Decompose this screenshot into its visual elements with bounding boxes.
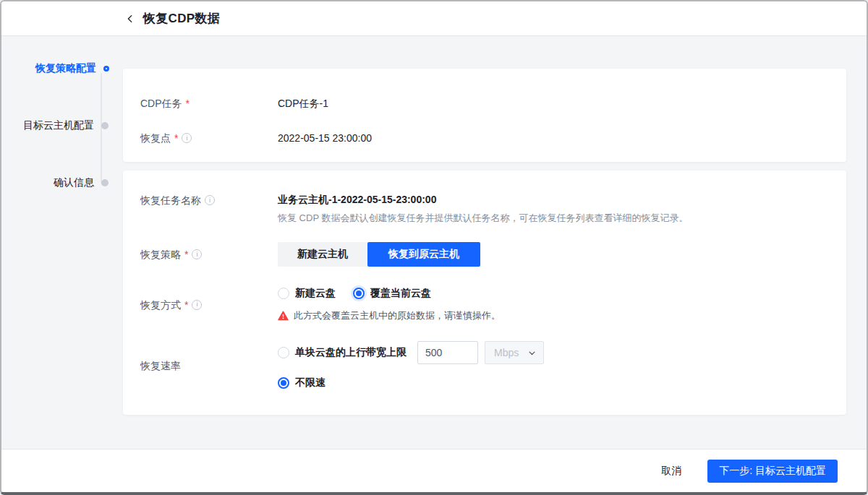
task-name-value: 业务云主机-1-2022-05-15-23:00:00 [278, 192, 829, 207]
page-header: 恢复CDP数据 [1, 1, 867, 36]
strategy-option-original-host[interactable]: 恢复到原云主机 [367, 242, 480, 267]
mode-row: 恢复方式 * i 新建云盘 覆盖当前云盘 [140, 287, 829, 322]
mode-radio-line: 新建云盘 覆盖当前云盘 [278, 287, 829, 300]
cdp-task-label-group: CDP任务 * [140, 96, 278, 111]
required-mark: * [174, 131, 178, 145]
rate-option-label: 单块云盘的上行带宽上限 [295, 346, 407, 359]
step-label: 目标云主机配置 [23, 119, 94, 132]
restore-config-panel: 恢复任务名称 i 业务云主机-1-2022-05-15-23:00:00 恢复 … [123, 171, 846, 415]
back-button[interactable] [123, 12, 137, 26]
task-name-value-group: 业务云主机-1-2022-05-15-23:00:00 恢复 CDP 数据会默认… [278, 192, 829, 225]
cdp-task-label: CDP任务 [140, 96, 182, 111]
cancel-button[interactable]: 取消 [654, 460, 689, 482]
radio-unchecked-icon[interactable] [278, 288, 289, 299]
required-mark: * [184, 298, 188, 312]
warning-triangle-icon [278, 311, 289, 321]
bandwidth-unit-value: Mbps [494, 347, 519, 358]
task-name-help-text: 恢复 CDP 数据会默认创建恢复任务并提供默认任务名称，可在恢复任务列表查看详细… [278, 212, 829, 225]
restore-cdp-wizard-window: 恢复CDP数据 恢复策略配置 目标云主机配置 确认信息 CDP任务 * CDP任… [0, 0, 868, 495]
mode-label-group: 恢复方式 * i [140, 287, 278, 322]
radio-unchecked-icon[interactable] [278, 347, 289, 358]
strategy-toggle-group: 新建云主机 恢复到原云主机 [278, 242, 829, 267]
strategy-label-group: 恢复策略 * i [140, 247, 278, 262]
step-confirm-info: 确认信息 [1, 175, 111, 191]
step-label: 恢复策略配置 [35, 62, 96, 75]
restore-point-label: 恢复点 [140, 131, 171, 145]
rate-row: 恢复速率 单块云盘的上行带宽上限 Mbps [140, 341, 829, 389]
overwrite-warning: 此方式会覆盖云主机中的原始数据，请谨慎操作。 [278, 309, 829, 322]
chevron-down-icon [528, 349, 536, 357]
rate-bandwidth-option: 单块云盘的上行带宽上限 Mbps [278, 341, 829, 364]
next-step-button[interactable]: 下一步: 目标云主机配置 [707, 460, 838, 483]
strategy-option-new-host[interactable]: 新建云主机 [278, 242, 367, 267]
task-name-label-group: 恢复任务名称 i [140, 192, 278, 225]
rate-options-group: 单块云盘的上行带宽上限 Mbps 不限速 [278, 341, 829, 389]
step-target-host-config: 目标云主机配置 [1, 118, 111, 134]
mode-options-group: 新建云盘 覆盖当前云盘 [278, 287, 829, 322]
strategy-row: 恢复策略 * i 新建云主机 恢复到原云主机 [140, 242, 829, 267]
task-name-label: 恢复任务名称 [140, 193, 201, 207]
mode-option-label: 新建云盘 [295, 287, 336, 300]
mode-option-new-disk[interactable]: 新建云盘 [278, 287, 336, 300]
footer-action-bar: 取消 下一步: 目标云主机配置 [1, 449, 867, 492]
rate-unlimited-option-line: 不限速 [278, 376, 829, 389]
step-pending-dot-icon [101, 122, 109, 129]
mode-option-label: 覆盖当前云盘 [370, 287, 431, 300]
radio-checked-icon[interactable] [278, 377, 289, 389]
rate-label: 恢复速率 [140, 358, 181, 373]
restore-point-label-group: 恢复点 * i [140, 131, 278, 145]
info-icon[interactable]: i [192, 300, 202, 310]
strategy-label: 恢复策略 [140, 247, 181, 262]
page-title: 恢复CDP数据 [143, 10, 220, 27]
step-restore-strategy-config: 恢复策略配置 [1, 61, 111, 77]
required-mark: * [184, 247, 188, 262]
info-icon[interactable]: i [182, 133, 192, 143]
step-active-dot-icon [103, 66, 109, 72]
bandwidth-value-input[interactable] [417, 341, 478, 364]
info-icon[interactable]: i [192, 249, 202, 259]
info-icon[interactable]: i [205, 195, 215, 205]
required-mark: * [186, 96, 190, 111]
rate-option-unlimited[interactable]: 不限速 [278, 376, 326, 389]
task-name-row: 恢复任务名称 i 业务云主机-1-2022-05-15-23:00:00 恢复 … [140, 192, 829, 225]
radio-checked-icon[interactable] [353, 288, 365, 299]
step-pending-dot-icon [101, 179, 109, 186]
restore-point-row: 恢复点 * i 2022-05-15 23:00:00 [140, 131, 829, 145]
rate-option-label: 不限速 [295, 376, 326, 389]
rate-option-bandwidth-limit[interactable]: 单块云盘的上行带宽上限 [278, 346, 407, 359]
cdp-task-row: CDP任务 * CDP任务-1 [140, 96, 829, 111]
mode-label: 恢复方式 [140, 298, 181, 312]
overwrite-warning-text: 此方式会覆盖云主机中的原始数据，请谨慎操作。 [294, 309, 501, 322]
rate-label-group: 恢复速率 [140, 341, 278, 389]
basic-info-panel: CDP任务 * CDP任务-1 恢复点 * i 2022-05-15 23:00… [123, 69, 846, 162]
mode-option-overwrite-disk[interactable]: 覆盖当前云盘 [353, 287, 431, 300]
restore-point-value: 2022-05-15 23:00:00 [278, 131, 829, 145]
main-content: CDP任务 * CDP任务-1 恢复点 * i 2022-05-15 23:00… [123, 69, 846, 415]
cdp-task-value: CDP任务-1 [278, 96, 829, 111]
chevron-left-icon [125, 14, 135, 24]
bandwidth-unit-select[interactable]: Mbps [485, 341, 544, 364]
step-label: 确认信息 [54, 176, 94, 189]
